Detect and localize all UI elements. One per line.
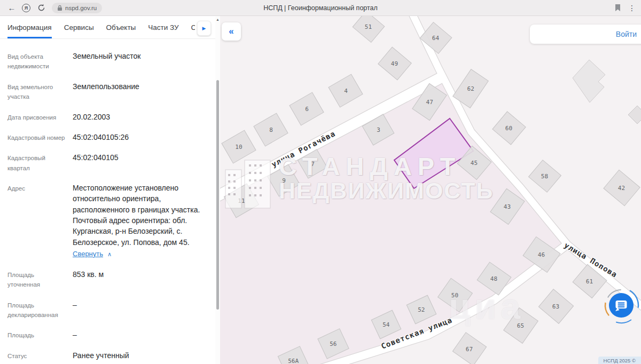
field-label: Площадь декларированная [7,299,73,320]
parcel-number: 50 [451,292,458,299]
field-label: Вид земельного участка [7,81,73,102]
field-label: Статус [7,350,73,361]
chat-bubble-icon [603,287,640,324]
parcel-number: 67 [466,346,473,353]
parcel-number: 52 [418,306,425,313]
parcel-number: 8 [269,126,273,133]
field-value: Местоположение установлено относительно … [73,183,201,259]
field-value: Земельный участок [73,51,201,72]
parcel-number: 61 [586,278,593,285]
parcel-number: 49 [391,60,398,67]
back-icon[interactable]: ← [5,3,18,12]
collapse-caret-icon: ∧ [107,250,112,259]
field-value-text: 45:02:040105:26 [73,133,129,141]
tab-объекты[interactable]: Объекты [106,16,136,38]
refresh-icon[interactable] [37,4,45,12]
field-label: Кадастровый квартал [7,152,73,173]
field-row: Площадь декларированная– [7,299,208,320]
field-value-text: – [73,300,77,309]
collapse-sidebar-button[interactable]: « [222,22,241,41]
map-attribution: НСПД 2025 © [598,357,641,364]
field-value: Ранее учтенный [73,350,201,361]
parcel-number: 42 [618,185,625,192]
parcel-number: 43 [504,203,511,210]
scrollbar-up-icon[interactable]: ▲ [215,18,220,21]
field-row: АдресМестоположение установлено относите… [7,183,208,259]
yandex-icon[interactable]: Я [22,4,30,12]
info-sidebar: ИнформацияСервисыОбъектыЧасти ЗУСоставГ▶… [0,16,215,364]
parcel-number: 45 [471,160,478,167]
login-button[interactable]: Войти [616,30,637,38]
field-value-text: 853 кв. м [73,270,104,279]
building-footprint [573,60,605,102]
parcel-number: 56A [288,358,299,364]
address-bar[interactable]: nspd.gov.ru [52,3,102,13]
tab-состав[interactable]: Состав [191,16,195,38]
tab-части зу[interactable]: Части ЗУ [148,16,178,38]
field-value-text: Местоположение установлено относительно … [73,184,200,246]
edge-parcel [628,106,641,124]
sidebar-tabs: ИнформацияСервисыОбъектыЧасти ЗУСоставГ▶ [0,16,215,39]
parcel-number: 10 [235,144,242,151]
field-row: Кадастровый квартал45:02:040105 [7,152,208,173]
parcel-number: 63 [552,303,559,310]
field-label: Площадь уточненная [7,269,73,290]
parcel-number: 62 [467,85,474,92]
attribution-text: НСПД 2025 © [604,358,636,363]
parcel-number: 64 [432,35,439,42]
parcel-number: 46 [538,251,545,258]
field-value-text: Ранее учтенный [73,351,129,360]
field-row: Площадь– [7,329,208,340]
field-value-text: Земельный участок [73,52,140,60]
parcel-number: 9 [282,177,286,184]
parcel-number: 60 [505,125,512,132]
field-row: Вид земельного участкаЗемлепользование [7,81,208,102]
sidebar-scrollbar-thumb[interactable] [216,80,219,310]
field-row: Вид объекта недвижимостиЗемельный участо… [7,51,208,72]
tab-сервисы[interactable]: Сервисы [64,16,94,38]
object-fields: Вид объекта недвижимостиЗемельный участо… [0,39,215,364]
field-row: Кадастровый номер45:02:040105:26 [7,132,208,143]
parcel-number: 58 [541,173,548,180]
field-row: Площадь уточненная853 кв. м [7,269,208,290]
login-panel[interactable]: Войти [530,25,641,44]
bookmark-icon[interactable] [615,4,621,11]
parcel-number: 47 [426,99,433,106]
parcel-number: 56 [330,341,337,347]
field-value-text: 20.02.2003 [73,113,110,121]
map-canvas[interactable]: 5164494624768360107455894211434648615052… [220,16,641,364]
parcel-number: 3 [377,126,380,133]
field-label: Дата присвоения [7,112,73,122]
field-label: Адрес [7,183,73,259]
field-value: 45:02:040105 [73,152,201,173]
field-value-text: – [73,330,77,339]
parcel-number: 48 [490,275,497,282]
field-row: Дата присвоения20.02.2003 [7,112,208,122]
field-label: Площадь [7,329,73,340]
field-value: 853 кв. м [73,269,201,290]
field-value: Землепользование [73,81,201,102]
lock-icon [57,5,62,11]
collapse-address-link[interactable]: Свернуть∧ [73,249,112,259]
tab-информация[interactable]: Информация [7,16,52,38]
field-label: Вид объекта недвижимости [7,51,73,72]
field-label: Кадастровый номер [7,132,73,143]
field-value: – [73,329,201,340]
parcel-number: 6 [305,106,309,113]
parcel-number: 11 [238,197,245,204]
browser-menu-icon[interactable]: ⋮ [628,4,636,12]
parcel-number: 51 [365,23,372,30]
browser-bar: ← Я nspd.gov.ru НСПД | Геоинформационный… [0,0,641,16]
parcel-number: 54 [382,321,389,328]
field-value-text: Землепользование [73,82,139,91]
field-value: – [73,299,201,320]
field-value: 45:02:040105:26 [73,132,201,143]
parcel-number: 7 [311,161,315,168]
more-tabs-button[interactable]: ▶ [197,21,211,36]
chat-widget-button[interactable] [603,287,640,324]
parcel-number: 4 [344,88,348,94]
field-row: СтатусРанее учтенный [7,350,208,361]
field-value-text: 45:02:040105 [73,153,119,162]
sidebar-scrollbar[interactable]: ▲ [215,16,220,364]
parcel-number: 65 [517,322,524,329]
